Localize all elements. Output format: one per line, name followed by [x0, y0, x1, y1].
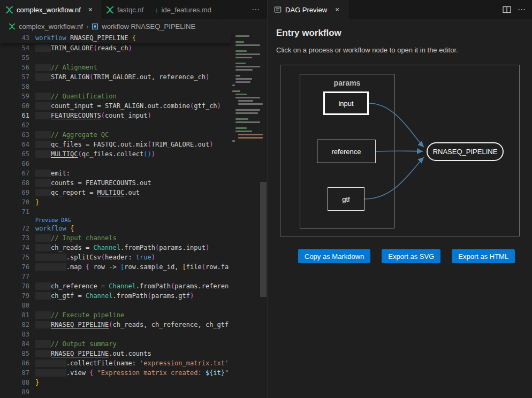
code-line-69[interactable]: 69 qc_report = MULTIQC.out: [0, 188, 267, 197]
line-number: 64: [0, 140, 29, 149]
close-icon[interactable]: ×: [86, 5, 95, 14]
code-line-75[interactable]: 75 .splitCsv(header: true): [0, 252, 267, 262]
export-as-html-button[interactable]: Export as HTML: [452, 249, 515, 263]
line-number: 67: [0, 169, 29, 178]
dag-node-reference[interactable]: reference: [317, 140, 376, 163]
breadcrumb-file[interactable]: complex_workflow.nf: [19, 22, 83, 30]
code-line-78[interactable]: 78 ch_reference = Channel.fromPath(param…: [0, 281, 267, 291]
line-number: 81: [0, 310, 29, 320]
line-number: 89: [0, 387, 29, 397]
line-number: 56: [0, 63, 29, 72]
export-buttons-row: Copy as Markdown Export as SVG Export as…: [298, 249, 523, 263]
editor-tab-bar: complex_workflow.nf × fastqc.nf ↓ ide_fe…: [0, 0, 267, 19]
code-line-56[interactable]: 56 // Alignment: [0, 63, 267, 72]
code-line-82[interactable]: 82 RNASEQ_PIPELINE(ch_reads, ch_referenc…: [0, 320, 267, 330]
code-line-89[interactable]: 89: [0, 387, 267, 397]
line-number: 59: [0, 91, 29, 101]
line-number: 78: [0, 281, 29, 291]
code-line-81[interactable]: 81 // Execute pipeline: [0, 310, 267, 320]
code-line-74[interactable]: 74 ch_reads = Channel.fromPath(params.in…: [0, 243, 267, 252]
panel-heading: Entry workflow: [276, 28, 523, 39]
code-line-54[interactable]: 54 TRIM_GALORE(reads_ch): [0, 43, 267, 53]
sticky-scroll-line[interactable]: 43 workflow RNASEQ_PIPELINE {: [0, 33, 231, 43]
export-as-svg-button[interactable]: Export as SVG: [382, 249, 440, 263]
split-editor-icon[interactable]: [503, 6, 511, 13]
line-number: 86: [0, 358, 29, 368]
line-number: 69: [0, 188, 29, 197]
line-number: 72: [0, 224, 29, 233]
code-line-72[interactable]: 72workflow {: [0, 224, 267, 233]
code-line-60[interactable]: 60 count_input = STAR_ALIGN.out.combine(…: [0, 101, 267, 111]
more-actions-icon[interactable]: ⋯: [518, 5, 526, 14]
line-number: 83: [0, 330, 29, 339]
panel-description: Click on a process or workflow node to o…: [276, 46, 523, 54]
code-line-66[interactable]: 66: [0, 159, 267, 169]
code-line-71[interactable]: 71: [0, 207, 267, 217]
code-line-61[interactable]: 61 FEATURECOUNTS(count_input): [0, 111, 267, 120]
line-number: 76: [0, 262, 29, 272]
line-number: 85: [0, 349, 29, 358]
minimap[interactable]: [231, 33, 260, 398]
tab-complex-workflow[interactable]: complex_workflow.nf ×: [0, 0, 101, 19]
dag-node-input[interactable]: input: [323, 91, 369, 115]
panel-tab-bar: DAG Preview × ⋯: [268, 0, 532, 19]
code-line-76[interactable]: 76 .map { row -> [row.sample_id, [file(r…: [0, 262, 267, 272]
code-line-64[interactable]: 64 qc_files = FASTQC.out.mix(TRIM_GALORE…: [0, 140, 267, 149]
close-icon[interactable]: ×: [333, 5, 341, 14]
line-number: 87: [0, 368, 29, 378]
dag-preview-pane: DAG Preview × ⋯ Entry workflow Click on …: [267, 0, 532, 398]
dag-node-rnaseq-pipeline[interactable]: RNASEQ_PIPELINE: [427, 142, 504, 161]
line-number: 65: [0, 149, 29, 159]
tab-label: complex_workflow.nf: [17, 6, 81, 14]
code-line-58[interactable]: 58: [0, 82, 267, 91]
scrollbar-thumb[interactable]: [260, 182, 267, 297]
line-number: 73: [0, 233, 29, 243]
line-number: 79: [0, 291, 29, 301]
code-editor[interactable]: 43 workflow RNASEQ_PIPELINE { 54 TRIM_GA…: [0, 33, 267, 398]
editor-scrollbar[interactable]: [260, 33, 267, 398]
line-number: 70: [0, 197, 29, 207]
line-number: 63: [0, 130, 29, 140]
code-line-85[interactable]: 85 RNASEQ_PIPELINE.out.counts: [0, 349, 267, 358]
code-line-62[interactable]: 62: [0, 120, 267, 130]
code-line-83[interactable]: 83: [0, 330, 267, 339]
code-line-73[interactable]: 73 // Input channels: [0, 233, 267, 243]
code-line-67[interactable]: 67 emit:: [0, 169, 267, 178]
line-number: 77: [0, 272, 29, 281]
tab-ide-features[interactable]: ↓ ide_features.md: [149, 0, 217, 19]
panel-actions: ⋯: [503, 0, 532, 19]
breadcrumb-symbol[interactable]: workflow RNASEQ_PIPELINE: [102, 22, 195, 30]
code-line-80[interactable]: 80: [0, 301, 267, 310]
more-tabs-button[interactable]: ⋯: [244, 0, 267, 19]
code-area[interactable]: 54 TRIM_GALORE(reads_ch)5556 // Alignmen…: [0, 43, 267, 398]
tab-label: ide_features.md: [162, 6, 211, 14]
tab-dag-preview[interactable]: DAG Preview ×: [268, 0, 348, 19]
tab-label: fastqc.nf: [117, 6, 143, 14]
line-number: 60: [0, 101, 29, 111]
code-line-59[interactable]: 59 // Quantification: [0, 91, 267, 101]
line-number: 74: [0, 243, 29, 252]
code-line-70[interactable]: 70}: [0, 197, 267, 207]
code-line-55[interactable]: 55: [0, 53, 267, 63]
code-line-65[interactable]: 65 MULTIQC(qc_files.collect()): [0, 149, 267, 159]
line-number: 75: [0, 252, 29, 262]
line-number: 68: [0, 178, 29, 188]
code-line-77[interactable]: 77: [0, 272, 267, 281]
line-number: 71: [0, 207, 29, 217]
copy-as-markdown-button[interactable]: Copy as Markdown: [298, 249, 370, 263]
line-number: 61: [0, 111, 29, 120]
code-line-63[interactable]: 63 // Aggregate QC: [0, 130, 267, 140]
code-line-87[interactable]: 87 .view { "Expression matrix created: $…: [0, 368, 267, 378]
code-line-79[interactable]: 79 ch_gtf = Channel.fromPath(params.gtf): [0, 291, 267, 301]
tab-fastqc[interactable]: fastqc.nf: [101, 0, 149, 19]
code-line-86[interactable]: 86 .collectFile(name: 'expression_matrix…: [0, 358, 267, 368]
code-line-57[interactable]: 57 STAR_ALIGN(TRIM_GALORE.out, reference…: [0, 72, 267, 82]
line-number: 62: [0, 120, 29, 130]
code-line-68[interactable]: 68 counts = FEATURECOUNTS.out: [0, 178, 267, 188]
dag-node-gtf[interactable]: gtf: [328, 187, 364, 211]
editor-pane: complex_workflow.nf × fastqc.nf ↓ ide_fe…: [0, 0, 267, 398]
code-line-84[interactable]: 84 // Output summary: [0, 339, 267, 349]
code-line-88[interactable]: 88}: [0, 378, 267, 387]
preview-icon: [274, 6, 282, 13]
codelens-preview-dag[interactable]: Preview DAG: [35, 217, 71, 224]
